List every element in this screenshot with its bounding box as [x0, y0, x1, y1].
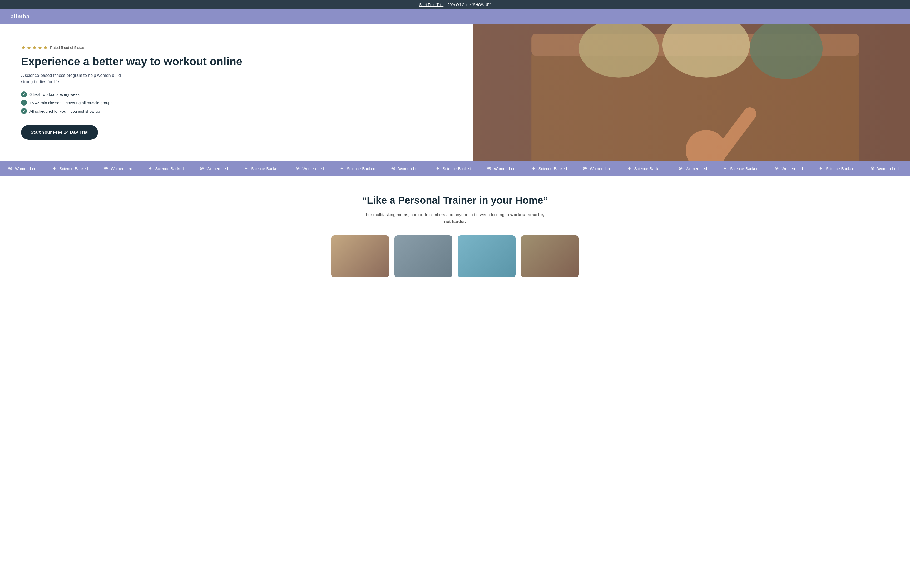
ticker-icon: ✦	[339, 165, 344, 171]
ticker-item: ✦Science-Backed	[44, 165, 95, 171]
thumbnail-4	[521, 235, 579, 278]
ticker-item: ✦Science-Backed	[524, 165, 575, 171]
ticker-icon: ❀	[487, 165, 491, 171]
ticker-label: Women-Led	[782, 166, 803, 171]
ticker-icon: ✦	[435, 165, 440, 171]
announcement-cta-link[interactable]: Start Free Trial	[419, 3, 444, 7]
announcement-bar: Start Free Trial – 20% Off Code "SHOWUP"	[0, 0, 910, 10]
svg-rect-1	[531, 48, 859, 161]
ticker-item: ✦Science-Backed	[715, 165, 766, 171]
ticker-label: Women-Led	[207, 166, 228, 171]
svg-point-5	[750, 24, 823, 79]
ticker-label: Women-Led	[494, 166, 515, 171]
ticker-item: ❀Women-Led	[192, 165, 236, 171]
logo: alimba	[11, 13, 30, 20]
ticker-label: Science-Backed	[347, 166, 375, 171]
ticker-icon: ✦	[148, 165, 152, 171]
hero-section: ★ ★ ★ ★ ★ Rated 5 out of 5 stars Experie…	[0, 24, 910, 161]
ticker-icon: ❀	[8, 165, 12, 171]
svg-rect-2	[531, 34, 859, 56]
quote-section: “Like a Personal Trainer in your Home” F…	[0, 176, 910, 288]
star-3: ★	[32, 44, 37, 51]
ticker-icon: ❀	[200, 165, 204, 171]
feature-label-1: 6 fresh workouts every week	[29, 92, 79, 97]
feature-item-1: 6 fresh workouts every week	[21, 91, 457, 97]
ticker-icon: ❀	[774, 165, 779, 171]
ticker-icon: ✦	[52, 165, 57, 171]
ticker-item: ❀Women-Led	[575, 165, 619, 171]
svg-point-3	[579, 24, 659, 78]
star-1: ★	[21, 44, 26, 51]
ticker-item: ✦Science-Backed	[907, 165, 910, 171]
ticker-label: Science-Backed	[826, 166, 854, 171]
ticker-item: ✦Science-Backed	[236, 165, 287, 171]
ticker-label: Science-Backed	[251, 166, 280, 171]
ticker-icon: ❀	[296, 165, 300, 171]
ticker-icon: ✦	[244, 165, 248, 171]
ticker-item: ✦Science-Backed	[619, 165, 671, 171]
ticker-icon: ❀	[391, 165, 396, 171]
ticker-item: ❀Women-Led	[0, 165, 44, 171]
quote-subtext: For multitasking mums, corporate climber…	[365, 212, 545, 225]
announcement-rest: – 20% Off Code "SHOWUP"	[443, 3, 491, 7]
features-list: 6 fresh workouts every week 15-45 min cl…	[21, 91, 457, 116]
thumbnail-2	[394, 235, 453, 278]
hero-image	[473, 24, 910, 161]
rating-row: ★ ★ ★ ★ ★ Rated 5 out of 5 stars	[21, 44, 457, 51]
cta-button[interactable]: Start Your Free 14 Day Trial	[21, 125, 98, 140]
ticker-label: Women-Led	[15, 166, 36, 171]
ticker-icon: ✦	[531, 165, 536, 171]
feature-item-3: All scheduled for you – you just show up	[21, 108, 457, 114]
quote-subtext-plain: For multitasking mums, corporate climber…	[366, 212, 510, 217]
ticker-icon: ❀	[583, 165, 587, 171]
feature-item-2: 15-45 min classes – covering all muscle …	[21, 100, 457, 105]
ticker-item: ❀Women-Led	[383, 165, 427, 171]
ticker-label: Women-Led	[686, 166, 707, 171]
check-icon-3	[21, 108, 27, 114]
check-icon-1	[21, 91, 27, 97]
star-4: ★	[38, 44, 42, 51]
ticker-icon: ❀	[870, 165, 875, 171]
quote-headline: “Like a Personal Trainer in your Home”	[11, 195, 899, 206]
svg-line-10	[706, 114, 750, 161]
ticker-item: ❀Women-Led	[766, 165, 811, 171]
ticker-label: Women-Led	[877, 166, 899, 171]
hero-subtext: A science-based fitness program to help …	[21, 73, 132, 85]
nav: alimba	[0, 10, 910, 24]
star-5: ★	[43, 44, 48, 51]
check-icon-2	[21, 100, 27, 105]
ticker-label: Science-Backed	[730, 166, 758, 171]
ticker-bar: ❀Women-Led✦Science-Backed❀Women-Led✦Scie…	[0, 161, 910, 176]
ticker-icon: ✦	[819, 165, 823, 171]
ticker-item: ✦Science-Backed	[428, 165, 479, 171]
thumbnail-3	[457, 235, 516, 278]
ticker-label: Women-Led	[590, 166, 611, 171]
star-rating: ★ ★ ★ ★ ★	[21, 44, 48, 51]
rating-label: Rated 5 out of 5 stars	[50, 45, 85, 50]
ticker-item: ✦Science-Backed	[140, 165, 191, 171]
ticker-icon: ✦	[723, 165, 727, 171]
ticker-item: ❀Women-Led	[288, 165, 332, 171]
ticker-item: ❀Women-Led	[862, 165, 907, 171]
ticker-label: Women-Led	[111, 166, 132, 171]
ticker-item: ❀Women-Led	[96, 165, 140, 171]
ticker-item: ✦Science-Backed	[811, 165, 862, 171]
ticker-label: Science-Backed	[155, 166, 184, 171]
hero-image-area	[473, 24, 910, 161]
hero-left: ★ ★ ★ ★ ★ Rated 5 out of 5 stars Experie…	[0, 24, 473, 161]
ticker-label: Science-Backed	[59, 166, 88, 171]
svg-point-4	[663, 24, 750, 78]
ticker-label: Science-Backed	[634, 166, 663, 171]
thumbnail-1	[331, 235, 389, 278]
hero-svg	[473, 24, 910, 161]
ticker-item: ❀Women-Led	[671, 165, 715, 171]
ticker-item: ❀Women-Led	[479, 165, 523, 171]
feature-label-3: All scheduled for you – you just show up	[29, 109, 100, 113]
ticker-item: ✦Science-Backed	[332, 165, 383, 171]
ticker-track: ❀Women-Led✦Science-Backed❀Women-Led✦Scie…	[0, 165, 910, 171]
svg-point-8	[686, 130, 726, 161]
ticker-icon: ✦	[627, 165, 632, 171]
ticker-label: Women-Led	[398, 166, 419, 171]
star-2: ★	[27, 44, 31, 51]
ticker-icon: ❀	[104, 165, 108, 171]
